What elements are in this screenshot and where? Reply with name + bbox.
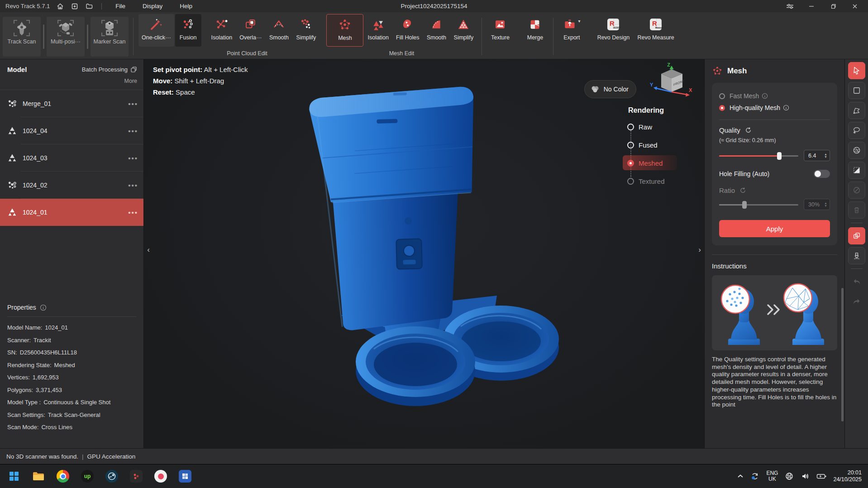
sync-tray-icon[interactable] [750,472,759,481]
prop-vertices: Vertices:1,692,953 [7,371,136,384]
upwork-app-button[interactable]: up [81,469,94,483]
select-through-tool[interactable] [848,227,865,244]
svg-text:DESIGN: DESIGN [613,27,620,29]
mesh-smooth-button[interactable]: Smooth [423,14,449,47]
lasso-select-tool[interactable] [848,122,865,139]
export-button[interactable]: ▾ Export [558,14,585,47]
multi-position-scan-button[interactable]: Multi-posi··· [47,17,85,57]
model-item-menu-icon[interactable]: ••• [128,182,138,189]
strip-divider [851,268,863,269]
start-button[interactable] [7,469,21,483]
rendering-option-meshed-selected[interactable]: Meshed [627,157,694,169]
spinner-arrows-icon[interactable]: ▲▼ [824,153,827,158]
menu-file[interactable]: File [110,3,131,10]
model-item-menu-icon[interactable]: ••• [128,209,138,216]
close-button[interactable] [850,2,860,11]
pink-dot-app-button[interactable] [154,469,167,483]
batch-processing-button[interactable]: Batch Processing [82,66,137,73]
fusion-button[interactable]: Fusion [175,14,201,47]
quality-slider[interactable] [719,152,798,160]
no-color-toggle-button[interactable]: No Color [584,80,636,98]
model-item-merge-01[interactable]: Merge_01 ••• [0,90,143,117]
slider-thumb[interactable] [777,152,782,160]
menu-display[interactable]: Display [137,3,168,10]
speaker-icon[interactable] [801,472,810,481]
ratio-value-input-disabled[interactable]: 30% ▲▼ [804,199,830,210]
one-click-button[interactable]: One-click··· [138,14,174,47]
overlap-detection-button[interactable]: Overla··· [236,14,265,47]
swirl-app-button[interactable] [105,469,119,483]
model-item-1024-03[interactable]: 1024_03 ••• [0,144,143,172]
deselect-tool-disabled[interactable] [848,182,865,199]
orientation-cube[interactable]: FRONT Z Y X [649,63,692,108]
model-item-menu-icon[interactable]: ••• [128,154,138,162]
rectangle-select-tool[interactable] [848,82,865,99]
polygon-select-tool[interactable] [848,102,865,119]
mesh-button[interactable]: Mesh [326,14,363,47]
menu-help[interactable]: Help [174,3,198,10]
fast-mesh-radio[interactable]: Fast Mesh [719,90,830,102]
minimize-button[interactable] [806,2,816,11]
undo-button-disabled[interactable] [848,273,865,290]
open-project-icon[interactable] [85,2,93,10]
chrome-button[interactable] [56,469,70,483]
rendering-option-raw[interactable]: Raw [627,121,694,133]
high-quality-mesh-radio-selected[interactable]: High-quality Mesh [719,102,830,114]
file-explorer-button[interactable] [32,469,45,483]
slider-thumb[interactable] [742,201,747,209]
blue-window-app-button[interactable] [178,469,192,483]
invert-selection-tool[interactable] [848,162,865,179]
select-cursor-tool[interactable] [848,62,865,79]
brush-tool[interactable] [848,247,865,264]
language-indicator[interactable]: ENGUK [766,470,778,482]
hole-filling-toggle-off[interactable] [814,170,830,178]
3d-viewport[interactable]: Set pivot point: Alt + Left-Click Move: … [144,59,704,448]
merge-button[interactable]: Merge [522,14,548,47]
maximize-button[interactable] [828,2,838,11]
info-icon[interactable] [40,304,47,311]
rendering-option-textured-disabled[interactable]: Textured [627,175,694,187]
more-button[interactable]: More [7,78,137,84]
revo-design-button[interactable]: RDESIGN Revo Design [593,14,633,47]
revo-measure-button[interactable]: RMeasure Revo Measure [634,14,677,47]
point-isolation-button[interactable]: Isolation [208,14,236,47]
home-icon[interactable] [56,2,64,10]
export-chevron-down-icon[interactable]: ▾ [578,19,580,24]
taskbar-clock[interactable]: 20:01 24/10/2025 [833,469,862,483]
battery-icon[interactable] [816,473,826,480]
mesh-simplify-button[interactable]: Simplify [450,14,477,47]
collapse-right-panel-button[interactable]: › [696,243,703,257]
model-item-1024-04[interactable]: 1024_04 ••• [0,117,143,144]
delete-selection-disabled[interactable] [848,201,865,219]
red-app-button[interactable] [129,469,143,483]
model-item-1024-02[interactable]: 1024_02 ••• [0,172,143,199]
network-globe-icon[interactable] [785,472,794,481]
mesh-isolation-button[interactable]: Isolation [364,14,392,47]
model-item-1024-01-selected[interactable]: 1024_01 ••• [0,199,143,226]
sphere-select-tool[interactable] [848,142,865,159]
point-simplify-button[interactable]: Simplify [293,14,319,47]
export-caption [558,49,677,59]
apply-button[interactable]: Apply [719,220,830,237]
fill-holes-button[interactable]: Fill Holes [393,14,422,47]
collapse-left-panel-button[interactable]: ‹ [145,243,152,257]
marker-scan-button[interactable]: Marker Scan [91,17,129,57]
model-item-menu-icon[interactable]: ••• [128,127,138,135]
redo-button-disabled[interactable] [848,293,865,310]
point-smooth-button[interactable]: Smooth [266,14,292,47]
quality-value-input[interactable]: 6.4 ▲▼ [804,150,830,161]
color-circles-icon [590,85,600,93]
rendering-option-fused[interactable]: Fused [627,139,694,151]
reset-refresh-icon[interactable] [745,127,752,134]
track-scan-button[interactable]: Track Scan [3,17,41,57]
new-project-icon[interactable] [71,2,79,10]
panel-scrollbar[interactable] [841,288,844,421]
tray-chevron-up-icon[interactable] [737,474,744,478]
settings-sliders-icon[interactable] [785,2,795,11]
one-click-label: One-click··· [142,34,171,41]
info-icon[interactable] [783,105,789,111]
model-item-menu-icon[interactable]: ••• [128,100,138,108]
info-icon[interactable] [762,93,768,99]
ratio-slider-disabled[interactable] [719,201,798,209]
texture-button[interactable]: Texture [487,14,513,47]
